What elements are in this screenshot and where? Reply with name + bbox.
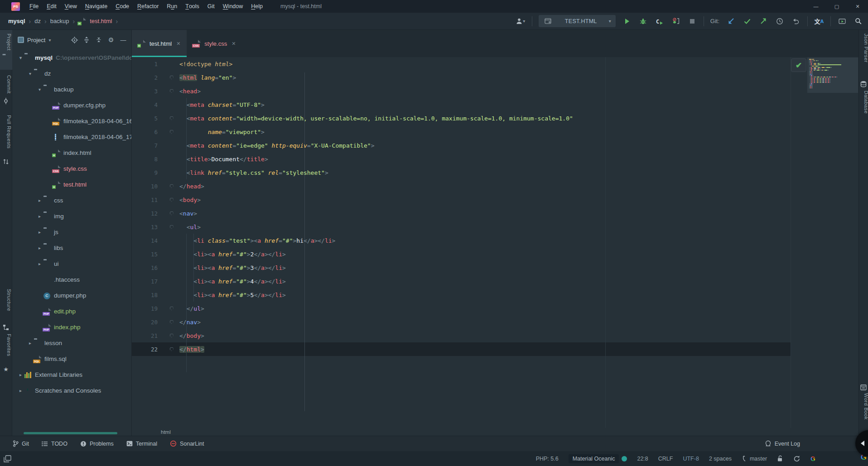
- collapse-all-icon[interactable]: [94, 35, 103, 44]
- chevron-right-icon[interactable]: ▸: [17, 372, 24, 377]
- menu-git[interactable]: Git: [203, 0, 219, 13]
- line-separator[interactable]: CRLF: [658, 456, 673, 462]
- code-line-15[interactable]: 15 <li><a href="#">2</a></li>: [132, 247, 573, 261]
- editor-breadcrumb-tag[interactable]: html: [161, 429, 171, 435]
- code-line-10[interactable]: 10</head>: [132, 179, 573, 193]
- code-line-13[interactable]: 13 <ul>: [132, 220, 573, 234]
- fold-marker-icon[interactable]: [164, 184, 179, 188]
- chevron-right-icon[interactable]: ▸: [36, 261, 43, 266]
- code-line-18[interactable]: 18 <li><a href="#">5</a></li>: [132, 288, 573, 302]
- project-panel-title[interactable]: Project: [27, 37, 45, 43]
- menu-navigate[interactable]: Navigate: [81, 0, 111, 13]
- chevron-down-icon[interactable]: ▾: [17, 55, 24, 60]
- toolwindow-terminal[interactable]: Terminal: [126, 441, 157, 447]
- toolwindow-stripe-project[interactable]: Project: [0, 34, 12, 51]
- toolwindow-stripe-pull-requests[interactable]: Pull Requests: [0, 115, 12, 149]
- breadcrumb-mysql[interactable]: mysql: [8, 18, 25, 24]
- run-with-coverage-button[interactable]: C: [655, 16, 665, 27]
- tree-item-backup[interactable]: ▾backup: [12, 82, 131, 97]
- tree-item-test.html[interactable]: Htest.html: [12, 177, 131, 192]
- rollback-button[interactable]: [791, 16, 801, 27]
- git-branch-widget[interactable]: master: [742, 455, 767, 462]
- tree-item-index.html[interactable]: Hindex.html: [12, 145, 131, 161]
- menu-help[interactable]: Help: [247, 0, 267, 13]
- menu-window[interactable]: Window: [219, 0, 247, 13]
- editor-tab-test.html[interactable]: Htest.html✕: [132, 30, 187, 57]
- locate-file-icon[interactable]: [70, 35, 79, 44]
- horizontal-scrollbar[interactable]: [24, 432, 117, 434]
- menu-run[interactable]: Run: [163, 0, 181, 13]
- profiler-button[interactable]: [671, 16, 681, 27]
- breadcrumb-dz[interactable]: dz: [34, 18, 41, 24]
- caret-position[interactable]: 22:8: [637, 456, 648, 462]
- toolwindow-stripe-database[interactable]: Database: [860, 91, 868, 114]
- chevron-right-icon[interactable]: ▸: [36, 214, 43, 219]
- tree-item-dumper.cfg.php[interactable]: PHPdumper.cfg.php: [12, 97, 131, 113]
- chevron-right-icon[interactable]: ▸: [26, 341, 34, 346]
- tree-item-css[interactable]: ▸css: [12, 192, 131, 208]
- code-line-17[interactable]: 17 <li><a href="#">4</a></li>: [132, 274, 573, 288]
- chevron-right-icon[interactable]: ▸: [36, 198, 43, 203]
- stop-button[interactable]: [687, 16, 697, 27]
- expand-all-icon[interactable]: [82, 35, 91, 44]
- code-line-12[interactable]: 12<nav>: [132, 207, 573, 220]
- fold-marker-icon[interactable]: [164, 130, 179, 134]
- chevron-right-icon[interactable]: ▸: [17, 388, 24, 393]
- user-account-icon[interactable]: ▾: [516, 16, 526, 27]
- tree-item-films.sql[interactable]: SQLfilms.sql: [12, 351, 131, 367]
- minimize-button[interactable]: —: [805, 0, 826, 13]
- fold-marker-icon[interactable]: [164, 211, 179, 215]
- code-line-20[interactable]: 20</nav>: [132, 315, 573, 329]
- tree-item-index.php[interactable]: PHPindex.php: [12, 319, 131, 335]
- toolwindow-stripe-json-parser[interactable]: Json Parser: [860, 34, 868, 62]
- tree-item-lesson[interactable]: ▸lesson: [12, 335, 131, 351]
- chevron-right-icon[interactable]: ▸: [36, 230, 43, 235]
- close-icon[interactable]: ✕: [176, 41, 180, 47]
- fold-marker-icon[interactable]: [164, 89, 179, 93]
- tree-item-external-libraries[interactable]: ▸External Libraries: [12, 367, 131, 383]
- git-update-button[interactable]: [726, 16, 736, 27]
- code-line-16[interactable]: 16 <li><a href="#">3</a></li>: [132, 261, 573, 274]
- tree-item-img[interactable]: ▸img: [12, 208, 131, 224]
- theme-widget[interactable]: Material Oceanic: [569, 454, 627, 463]
- menu-edit[interactable]: Edit: [43, 0, 61, 13]
- accent-color-dot[interactable]: [622, 456, 627, 461]
- code-line-4[interactable]: 4 <meta charset="UTF-8">: [132, 98, 573, 111]
- debug-button[interactable]: [638, 16, 648, 27]
- inspections-status-icon[interactable]: ✔: [791, 58, 806, 72]
- fold-marker-icon[interactable]: [164, 334, 179, 337]
- fold-marker-icon[interactable]: [164, 116, 179, 120]
- menu-refactor[interactable]: Refactor: [133, 0, 163, 13]
- open-in-browser-button[interactable]: [837, 16, 847, 27]
- menu-tools[interactable]: Tools: [181, 0, 203, 13]
- code-line-8[interactable]: 8 <title>Document</title>: [132, 152, 573, 166]
- chevron-down-icon[interactable]: ▾: [26, 71, 34, 76]
- tree-item-filmoteka-2018-04-06-17-00.sql.gz[interactable]: filmoteka_2018-04-06_17-00.sql.gz: [12, 129, 131, 145]
- tree-item-edit.php[interactable]: PHPedit.php: [12, 303, 131, 319]
- code-line-22[interactable]: 22</html>: [132, 342, 573, 356]
- toolwindow-stripe-structure[interactable]: Structure: [0, 289, 12, 311]
- search-everywhere-icon[interactable]: [854, 16, 863, 27]
- code-line-21[interactable]: 21</body>: [132, 329, 573, 342]
- event-log-button[interactable]: Event Log: [765, 440, 800, 447]
- toolwindow-git[interactable]: Git: [13, 440, 29, 447]
- code-line-7[interactable]: 7 <meta content="ie=edge" http-equiv="X-…: [132, 139, 573, 152]
- tree-item-dumper.php[interactable]: Cdumper.php: [12, 288, 131, 303]
- tree-item-dz[interactable]: ▾dz: [12, 66, 131, 82]
- hide-panel-icon[interactable]: —: [119, 35, 128, 44]
- git-push-button[interactable]: [758, 16, 768, 27]
- breadcrumb-current-file[interactable]: test.html: [90, 18, 112, 24]
- breadcrumb-backup[interactable]: backup: [50, 18, 69, 24]
- file-encoding[interactable]: UTF-8: [683, 456, 699, 462]
- git-commit-button[interactable]: [742, 16, 752, 27]
- tree-item-mysql[interactable]: ▾mysqlC:\openserver\OSPanel\domains\php-: [12, 50, 131, 66]
- tree-item-js[interactable]: ▸js: [12, 224, 131, 240]
- editor-tab-style.css[interactable]: CSSstyle.css✕: [187, 30, 242, 57]
- toolwindow-stripe-commit[interactable]: Commit: [0, 75, 12, 94]
- chevron-down-icon[interactable]: ▾: [36, 87, 43, 92]
- tree-item-style.css[interactable]: CSSstyle.css: [12, 161, 131, 177]
- indent-setting[interactable]: 2 spaces: [709, 456, 732, 462]
- toolwindow-sonarlint[interactable]: SonarLint: [170, 440, 204, 447]
- translate-icon[interactable]: 文A: [814, 16, 824, 27]
- menu-view[interactable]: View: [61, 0, 81, 13]
